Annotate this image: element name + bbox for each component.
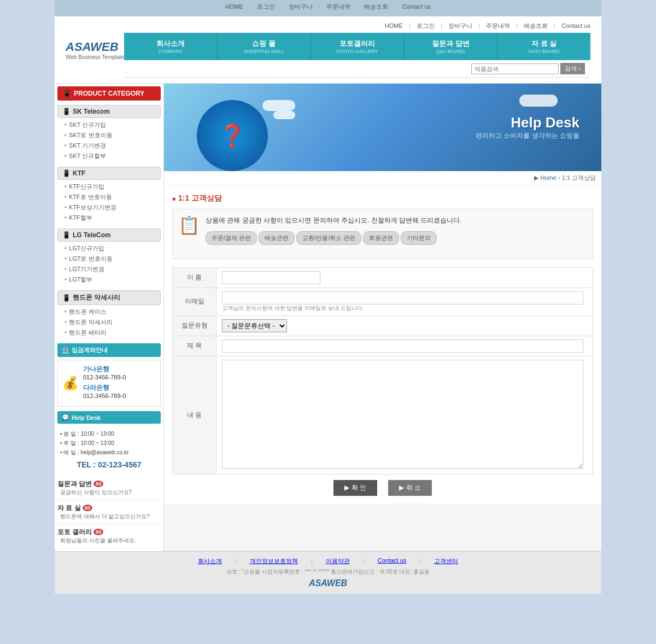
sidebar-item[interactable]: 핸드폰 케이스 — [57, 307, 161, 317]
account-icon: 🏦 — [62, 347, 69, 354]
phone-icon: 📱 — [62, 169, 71, 177]
search-bar: 검색 › — [124, 60, 590, 78]
header-contact-link[interactable]: Contact us — [561, 22, 590, 29]
nav-data[interactable]: 자 료 실 DATA BOARD — [497, 33, 590, 60]
cancel-label: 취 소 — [406, 483, 421, 493]
account-label: 입금계좌안내 — [72, 346, 108, 354]
sidebar-item[interactable]: KTF로 번호이동 — [57, 192, 161, 202]
sidebar-dataroom-item[interactable]: 자 료 실 60 핸드폰에 대해서 더 알고싶으신가요? — [57, 500, 161, 524]
question-type-row: 질문유형 - 질문문류선택 - — [173, 315, 593, 336]
delivery-link[interactable]: 배송조회 — [364, 3, 388, 10]
logo: ASAWEB Web Business Template — [66, 40, 124, 60]
sidebar-item[interactable]: KTF할부 — [57, 213, 161, 223]
sidebar-item[interactable]: 핸드폰 악세서리 — [57, 317, 161, 327]
hero-figure: ❓ — [197, 100, 268, 171]
phone-icon: 📱 — [62, 294, 71, 302]
sidebar-item[interactable]: SKT 신규할부 — [57, 151, 161, 161]
sidebar-item[interactable]: 핸드폰 배터리 — [57, 327, 161, 338]
breadcrumb-home[interactable]: Home — [541, 174, 557, 181]
name-label: 이 름 — [173, 267, 216, 288]
footer-company[interactable]: 회사소개 — [198, 557, 222, 565]
sidebar-dataroom-label: 자 료 실 — [57, 504, 81, 513]
sidebar-gallery-badge: 60 — [93, 529, 103, 535]
hero-title: Help Desk — [476, 114, 579, 131]
title-input[interactable] — [222, 339, 583, 353]
sidebar-qna-desc: 궁금하신 사항이 있으신가요? — [57, 489, 161, 496]
footer-terms[interactable]: 이용약관 — [326, 557, 350, 565]
sidebar-dataroom-desc: 핸드폰에 대해서 더 알고싶으신가요? — [57, 513, 161, 520]
hero-circle: ❓ — [197, 100, 268, 171]
login-link[interactable]: 로그인 — [257, 3, 275, 10]
sidebar-item[interactable]: KTF신규가입 — [57, 182, 161, 192]
header-orders-link[interactable]: 주문내역 — [486, 22, 510, 29]
search-button[interactable]: 검색 › — [560, 63, 585, 74]
product-category-header: 📱 PRODUCT CATEGORY — [57, 86, 161, 101]
title-input-cell — [216, 336, 593, 356]
sidebar-item[interactable]: LGT할부 — [57, 274, 161, 285]
helpdesk-hours-weekday: • 평 일 : 10:00 ~ 19:00 — [60, 429, 158, 438]
question-type-label: 질문유형 — [173, 315, 216, 336]
header-delivery-link[interactable]: 배송조회 — [524, 22, 548, 29]
sidebar-item[interactable]: LGT로 번호이동 — [57, 254, 161, 264]
sidebar-qna-badge: 60 — [93, 481, 103, 487]
tab-exchange[interactable]: 교환/반품/취소 관련 — [296, 231, 361, 245]
cart-link[interactable]: 장바구니 — [289, 3, 313, 10]
footer-privacy[interactable]: 개인정보보호정책 — [250, 557, 298, 565]
question-type-cell: - 질문문류선택 - — [216, 315, 593, 336]
question-type-select[interactable]: - 질문문류선택 - — [222, 319, 287, 332]
helpdesk-icon: 💬 — [62, 414, 69, 421]
hero-text: Help Desk 편리하고 소비자를 생각하는 쇼핑몰 — [476, 114, 579, 140]
brand-lg-header: 📱 LG TeleCom — [57, 229, 161, 242]
sidebar-gallery-item[interactable]: 포토 갤러리 60 회원님들의 사진을 올려주세요. — [57, 524, 161, 548]
header-login-link[interactable]: 로그인 — [417, 22, 435, 29]
top-links: HOME ｜ 로그인 ｜ 장바구니 ｜ 주문내역 ｜ 배송조회 ｜ Contac… — [225, 3, 431, 11]
cloud-3 — [519, 95, 558, 107]
footer-contact[interactable]: Contact us — [378, 557, 407, 565]
nav-company[interactable]: 회사소개 COMPANY — [124, 33, 218, 60]
tab-order[interactable]: 주문/결재 판련 — [206, 231, 257, 245]
sidebar-qna-item[interactable]: 질문과 답변 60 궁금하신 사항이 있으신가요? — [57, 476, 161, 500]
sidebar-gallery-label: 포토 갤러리 — [57, 528, 92, 537]
header-home-link[interactable]: HOME — [385, 22, 403, 29]
nav-qna[interactable]: 질문과 답변 Q&A BOARD — [404, 33, 497, 60]
content-textarea[interactable] — [222, 360, 583, 469]
name-input[interactable] — [222, 271, 320, 284]
cloud-2 — [273, 111, 295, 119]
search-input[interactable] — [471, 63, 559, 74]
cancel-button[interactable]: ▶ 취 소 — [388, 480, 432, 496]
content-input-cell — [216, 356, 593, 474]
tab-member[interactable]: 회원관련 — [363, 231, 399, 245]
main-content: ❓ Help Desk 편리하고 소비자를 생각하는 쇼핑몰 ▶ Home › … — [164, 84, 601, 551]
product-category-label: PRODUCT CATEGORY — [74, 90, 144, 97]
sidebar-item[interactable]: KTF보상기기변경 — [57, 202, 161, 213]
confirm-label: 확 인 — [352, 483, 366, 493]
sidebar-item[interactable]: SKT 기기변경 — [57, 140, 161, 151]
footer-customer[interactable]: 고객센터 — [434, 557, 458, 565]
footer-links: 회사소개 ｜ 개인정보보호정책 ｜ 이용약관 ｜ Contact us ｜ 고객… — [60, 557, 596, 565]
contact-link[interactable]: Contact us — [402, 3, 431, 10]
confirm-icon: ▶ — [344, 484, 349, 491]
content-label: 내 용 — [173, 356, 216, 474]
sidebar-gallery-desc: 회원님들의 사진을 올려주세요. — [57, 537, 161, 545]
orders-link[interactable]: 주문내역 — [326, 3, 350, 10]
hero-subtitle: 편리하고 소비자를 생각하는 쇼핑몰 — [476, 131, 579, 140]
main-nav: 회사소개 COMPANY 쇼핑 몰 SHOPPING MALL 포토갤러리 PO… — [124, 33, 590, 60]
sidebar-item[interactable]: LGT신규가입 — [57, 243, 161, 254]
home-link[interactable]: HOME — [225, 3, 243, 10]
bank-icon: 💰 — [62, 376, 79, 391]
bank-number-1: 012-3456-789-0 — [83, 374, 126, 380]
bank-number-2: 012-3456-789-0 — [83, 393, 126, 399]
cloud-1 — [262, 100, 295, 111]
email-input[interactable] — [222, 291, 583, 305]
header-cart-link[interactable]: 장바구니 — [448, 22, 472, 29]
sidebar-item[interactable]: LGT기기변경 — [57, 264, 161, 274]
sidebar-item[interactable]: SKT 신규가입 — [57, 120, 161, 130]
tab-other[interactable]: 기타문의 — [401, 231, 437, 245]
title-row: 제 목 — [173, 336, 593, 356]
tab-shipping[interactable]: 배송관련 — [259, 231, 295, 245]
nav-shopping[interactable]: 쇼핑 몰 SHOPPING MALL — [218, 33, 311, 60]
account-info: 💰 가나은행 012-3456-789-0 다라은행 012-3456-789-… — [57, 360, 161, 407]
confirm-button[interactable]: ▶ 확 인 — [333, 480, 377, 496]
sidebar-item[interactable]: SKT로 번호이동 — [57, 130, 161, 140]
nav-gallery[interactable]: 포토갤러리 POHTO GALLERY — [311, 33, 405, 60]
